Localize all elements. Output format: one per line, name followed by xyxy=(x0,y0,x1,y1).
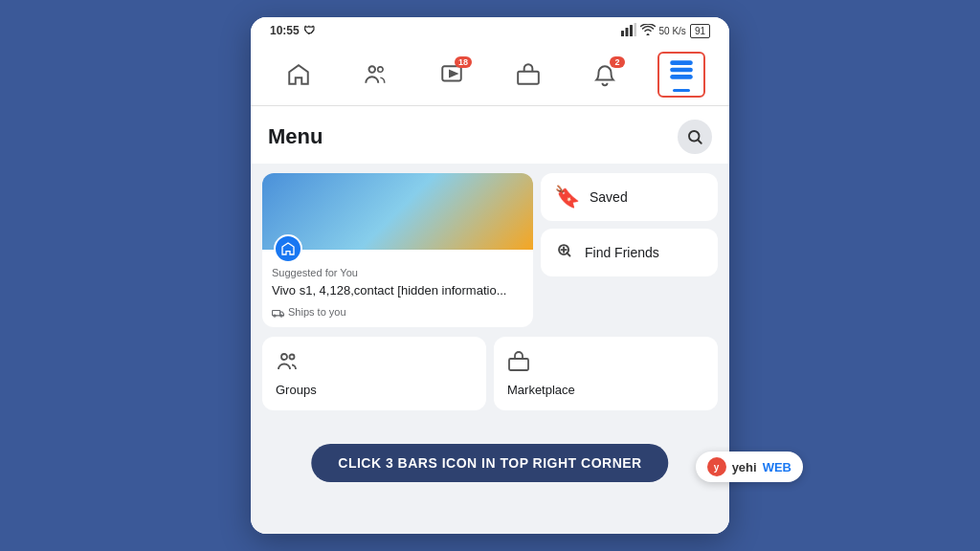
nav-menu[interactable] xyxy=(657,52,705,98)
svg-line-18 xyxy=(567,253,569,255)
nav-bar: 18 2 xyxy=(251,44,729,106)
suggested-label: Suggested for You xyxy=(272,267,523,278)
svg-point-22 xyxy=(290,355,295,360)
battery-indicator: 91 xyxy=(690,24,710,38)
web-text: WEB xyxy=(763,460,791,474)
groups-label: Groups xyxy=(276,383,317,397)
saved-label: Saved xyxy=(590,189,628,205)
svg-point-5 xyxy=(378,67,383,72)
find-friends-icon xyxy=(554,240,575,265)
svg-marker-7 xyxy=(450,71,457,77)
svg-point-21 xyxy=(281,354,287,360)
data-speed: 50 K/s xyxy=(659,26,686,36)
yehi-logo: y xyxy=(707,457,726,476)
svg-rect-10 xyxy=(671,69,692,72)
notifications-badge: 2 xyxy=(610,56,625,68)
svg-rect-23 xyxy=(509,359,528,370)
menu-bottom-grid: Groups Marketplace xyxy=(251,337,729,420)
battery-level: 91 xyxy=(695,26,705,36)
svg-line-13 xyxy=(698,140,701,143)
listing-store-icon xyxy=(274,234,302,263)
menu-search-button[interactable] xyxy=(678,120,712,154)
instruction-text: CLICK 3 BARS ICON IN TOP RIGHT CORNER xyxy=(338,455,641,471)
marketplace-icon xyxy=(507,350,530,377)
menu-header: Menu xyxy=(251,106,729,164)
instruction-banner: CLICK 3 BARS ICON IN TOP RIGHT CORNER xyxy=(311,444,668,482)
status-bar: 10:55 🛡 xyxy=(251,17,729,44)
signal-icon xyxy=(621,23,636,38)
svg-rect-9 xyxy=(671,61,692,64)
bookmark-icon: 🔖 xyxy=(554,185,580,209)
svg-point-4 xyxy=(369,66,376,73)
svg-rect-3 xyxy=(634,23,636,36)
nav-friends[interactable] xyxy=(351,56,399,93)
nav-home[interactable] xyxy=(275,56,323,93)
find-friends-option[interactable]: Find Friends xyxy=(541,229,718,276)
time: 10:55 xyxy=(270,24,300,37)
listing-details: Suggested for You Vivo s1, 4,128,contact… xyxy=(262,250,533,327)
menu-underline xyxy=(673,89,690,92)
menu-title: Menu xyxy=(268,124,323,149)
right-options-col: 🔖 Saved Find Friends xyxy=(541,173,718,327)
groups-option[interactable]: Groups xyxy=(262,337,486,410)
listing-image xyxy=(262,173,533,250)
wifi-icon xyxy=(640,24,656,37)
ships-to: Ships to you xyxy=(288,306,346,318)
svg-rect-14 xyxy=(273,311,280,316)
shield-icon: 🛡 xyxy=(303,24,315,37)
listing-title: Vivo s1, 4,128,contact [hidden informati… xyxy=(272,282,523,299)
svg-rect-8 xyxy=(518,72,539,84)
yehi-text: yehi xyxy=(732,460,757,474)
nav-marketplace[interactable] xyxy=(504,56,552,93)
menu-top-grid: Suggested for You Vivo s1, 4,128,contact… xyxy=(251,164,729,337)
svg-rect-1 xyxy=(625,28,628,36)
nav-watch[interactable]: 18 xyxy=(428,56,476,93)
ships-row: Ships to you xyxy=(272,305,523,318)
marketplace-option[interactable]: Marketplace xyxy=(494,337,718,410)
svg-rect-2 xyxy=(630,25,633,36)
svg-rect-0 xyxy=(621,31,624,36)
yehi-logo-text: y xyxy=(714,462,720,473)
watch-badge: 18 xyxy=(455,56,472,68)
svg-rect-11 xyxy=(671,76,692,78)
saved-option[interactable]: 🔖 Saved xyxy=(541,173,718,221)
groups-icon xyxy=(276,350,299,377)
find-friends-label: Find Friends xyxy=(585,245,659,260)
marketplace-label: Marketplace xyxy=(507,383,575,397)
yehiweb-badge: y yehi WEB xyxy=(696,452,803,482)
listing-card[interactable]: Suggested for You Vivo s1, 4,128,contact… xyxy=(262,173,533,327)
nav-notifications[interactable]: 2 xyxy=(581,56,629,93)
